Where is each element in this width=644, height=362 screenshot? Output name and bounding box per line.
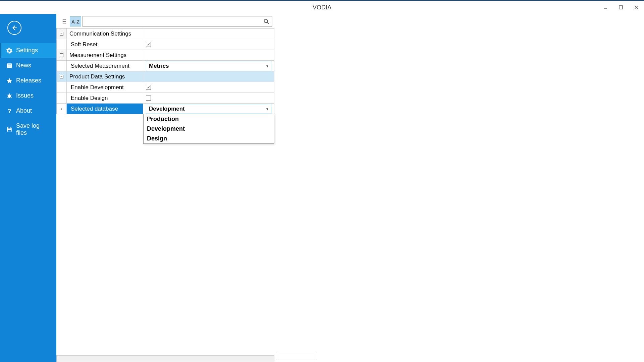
svg-rect-16 [8,127,11,128]
property-grid: − Communication Settings Soft Reset − Me… [56,28,274,114]
gutter [57,39,67,50]
checkbox[interactable] [146,96,151,101]
sidebar: Settings News Releases Issues ? About [0,14,56,362]
sidebar-item-label: About [16,107,32,114]
maximize-button[interactable] [613,1,629,14]
svg-line-11 [7,95,8,95]
sidebar-item-releases[interactable]: Releases [0,73,56,88]
app-body: Settings News Releases Issues ? About [0,14,644,362]
property-value[interactable] [143,39,274,50]
window-title: VODIA [313,4,331,11]
sidebar-item-issues[interactable]: Issues [0,88,56,103]
grid-description-pane [56,355,274,362]
bug-icon [6,93,13,99]
collapse-toggle[interactable]: − [57,28,67,39]
dropdown-option[interactable]: Design [144,134,274,143]
dropdown-option[interactable]: Development [144,124,274,134]
sidebar-item-label: Issues [16,92,34,99]
question-icon: ? [6,108,13,114]
sort-categorized-button[interactable] [60,17,68,26]
sidebar-item-news[interactable]: News [0,58,56,73]
star-icon [6,77,13,84]
sidebar-item-label: News [16,62,31,69]
property-value[interactable]: Development ▼ [143,104,274,114]
property-label: Selected Measurement [67,61,143,71]
combo-value: Metrics [149,63,169,69]
collapse-toggle[interactable]: − [57,50,67,60]
search-input[interactable] [86,19,263,24]
property-value[interactable]: Metrics ▼ [143,61,274,71]
close-button[interactable] [629,1,644,14]
news-icon [6,62,13,69]
sidebar-item-settings[interactable]: Settings [0,43,56,58]
empty-cell [143,28,274,39]
back-button[interactable] [7,21,21,35]
settings-panel: A-Z − Communication Settings [56,14,274,362]
category-label: Measurement Settings [67,50,143,60]
row-enable-design[interactable]: Enable Design [57,93,274,103]
search-box[interactable] [83,16,272,27]
svg-line-12 [11,95,12,95]
property-value[interactable] [143,82,274,93]
svg-rect-17 [8,130,11,132]
svg-text:?: ? [8,108,11,114]
category-measurement[interactable]: − Measurement Settings [57,50,274,60]
svg-marker-8 [7,78,12,83]
arrow-left-icon [11,24,18,32]
dropdown-option[interactable]: Production [144,114,274,124]
row-caret[interactable]: › [57,104,67,114]
database-combo[interactable]: Development ▼ [146,104,271,114]
gutter [57,82,67,93]
svg-rect-1 [619,6,623,9]
gutter [57,93,67,103]
chevron-down-icon: ▼ [266,64,269,68]
search-icon [263,18,269,24]
row-enable-development[interactable]: Enable Development [57,82,274,93]
sort-alphabetical-button[interactable]: A-Z [70,16,81,26]
category-label: Communication Settings [67,28,143,39]
combo-value: Development [149,106,185,112]
grid-toolbar: A-Z [56,14,274,28]
property-value[interactable] [143,93,274,103]
chevron-down-icon: ▼ [266,107,269,111]
title-bar: VODIA [0,1,644,14]
sidebar-item-label: Save log files [16,122,50,136]
sidebar-item-label: Releases [16,77,41,84]
empty-cell [143,71,274,82]
property-label: Enable Development [67,82,143,93]
svg-line-25 [267,22,269,24]
sort-toggle: A-Z [60,16,81,26]
svg-point-24 [264,19,268,23]
measurement-combo[interactable]: Metrics ▼ [146,61,271,71]
svg-line-14 [11,97,12,98]
empty-cell [143,50,274,60]
property-label: Soft Reset [67,39,143,50]
row-selected-database[interactable]: › Selected database Development ▼ [57,103,274,114]
database-dropdown[interactable]: Production Development Design [143,114,274,144]
footer-box [278,352,315,360]
minimize-button[interactable] [598,1,613,14]
row-soft-reset[interactable]: Soft Reset [57,39,274,50]
save-icon [6,126,13,133]
row-selected-measurement[interactable]: Selected Measurement Metrics ▼ [57,60,274,71]
checkbox[interactable] [146,85,151,90]
sidebar-item-label: Settings [16,47,38,54]
window-controls [598,1,644,14]
collapse-toggle[interactable]: − [57,71,67,82]
gutter [57,61,67,71]
svg-line-13 [7,97,8,98]
category-label: Product Data Settings [67,71,143,82]
content-area: A-Z − Communication Settings [56,14,644,362]
property-label: Enable Design [67,93,143,103]
sidebar-item-about[interactable]: ? About [0,103,56,118]
property-label: Selected database [67,104,143,114]
gear-icon [6,47,13,54]
checkbox[interactable] [146,42,151,47]
sidebar-item-save-log[interactable]: Save log files [0,118,56,140]
svg-point-9 [8,94,11,98]
category-product-data[interactable]: − Product Data Settings [57,71,274,82]
category-communication[interactable]: − Communication Settings [57,28,274,39]
